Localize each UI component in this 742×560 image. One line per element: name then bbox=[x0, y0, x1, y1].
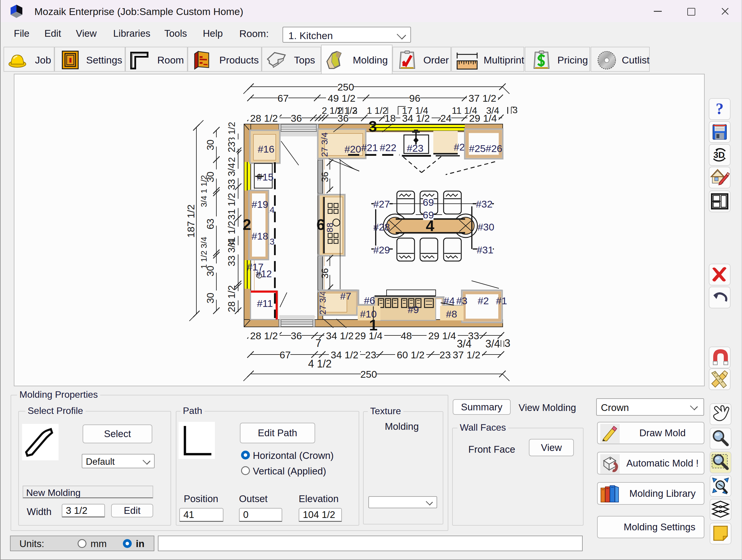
svg-text:#3: #3 bbox=[456, 295, 467, 306]
svg-text:#20: #20 bbox=[344, 144, 361, 155]
svg-text:3/4 1 1/2: 3/4 1 1/2 bbox=[199, 175, 208, 207]
svg-text:#21: #21 bbox=[361, 142, 378, 153]
svg-text:27 3/4: 27 3/4 bbox=[320, 132, 329, 157]
svg-text:2: 2 bbox=[243, 216, 251, 233]
svg-text:#11: #11 bbox=[257, 298, 273, 309]
svg-text:28 1/2: 28 1/2 bbox=[226, 285, 237, 312]
svg-text:7: 7 bbox=[315, 337, 321, 349]
svg-text:36: 36 bbox=[320, 268, 330, 279]
svg-text:?: ? bbox=[716, 100, 724, 118]
svg-text:3: 3 bbox=[505, 337, 510, 349]
svg-text:#22: #22 bbox=[380, 142, 396, 153]
svg-text:3: 3 bbox=[352, 105, 358, 116]
svg-text:28 1/2: 28 1/2 bbox=[250, 330, 278, 341]
svg-text:29 1/4: 29 1/4 bbox=[428, 330, 456, 341]
svg-text:187 1/2: 187 1/2 bbox=[185, 204, 196, 237]
svg-text:63: 63 bbox=[205, 219, 216, 230]
svg-text:67: 67 bbox=[279, 349, 291, 360]
svg-text:96: 96 bbox=[409, 93, 420, 104]
svg-text:34 1/2: 34 1/2 bbox=[402, 113, 430, 124]
svg-text:60 1/2: 60 1/2 bbox=[397, 349, 425, 360]
svg-text:23: 23 bbox=[365, 349, 376, 360]
svg-text:6: 6 bbox=[317, 216, 325, 233]
svg-text:67: 67 bbox=[277, 93, 289, 104]
svg-text:1 1/2 3/4: 1 1/2 3/4 bbox=[199, 237, 208, 269]
svg-text:23: 23 bbox=[226, 142, 237, 153]
svg-text:3 1/2: 3 1/2 bbox=[227, 122, 237, 142]
svg-text:#23: #23 bbox=[407, 143, 424, 154]
svg-text:48: 48 bbox=[401, 330, 412, 341]
svg-text:88: 88 bbox=[325, 223, 334, 232]
svg-text:37 1/2: 37 1/2 bbox=[453, 349, 481, 360]
svg-text:3/4: 3/4 bbox=[457, 338, 472, 350]
svg-text:#8: #8 bbox=[446, 309, 457, 320]
svg-text:33 3/4: 33 3/4 bbox=[226, 163, 237, 190]
svg-text:31 1/2: 31 1/2 bbox=[226, 193, 237, 220]
svg-text:69: 69 bbox=[423, 209, 434, 220]
svg-text:28 1/2: 28 1/2 bbox=[250, 113, 278, 124]
svg-text:3: 3 bbox=[369, 118, 377, 135]
svg-text:23: 23 bbox=[439, 349, 451, 360]
svg-text:#19: #19 bbox=[252, 199, 268, 210]
svg-text:34 1/2: 34 1/2 bbox=[326, 330, 354, 341]
svg-text:#6: #6 bbox=[364, 295, 375, 306]
svg-text:33 3/4: 33 3/4 bbox=[226, 239, 237, 266]
svg-text:#2: #2 bbox=[478, 295, 489, 306]
svg-text:3: 3 bbox=[513, 105, 518, 115]
svg-text:2: 2 bbox=[227, 157, 237, 162]
svg-text:29 1/4: 29 1/4 bbox=[469, 113, 497, 124]
svg-text:36: 36 bbox=[320, 172, 330, 182]
svg-text:#9: #9 bbox=[408, 304, 419, 315]
svg-text:37 1/2: 37 1/2 bbox=[469, 93, 496, 104]
svg-text:#27: #27 bbox=[373, 199, 390, 210]
svg-text:24: 24 bbox=[440, 113, 452, 124]
svg-text:#28: #28 bbox=[373, 221, 390, 232]
svg-text:30: 30 bbox=[205, 293, 216, 304]
svg-text:#18: #18 bbox=[252, 230, 268, 242]
svg-text:#31: #31 bbox=[477, 244, 493, 256]
svg-text:#29: #29 bbox=[373, 244, 390, 256]
svg-text:3D: 3D bbox=[713, 150, 725, 160]
svg-text:69: 69 bbox=[423, 197, 434, 208]
svg-text:3/4: 3/4 bbox=[485, 338, 500, 350]
svg-text:34 1/2: 34 1/2 bbox=[331, 349, 359, 360]
svg-text:4 1/2: 4 1/2 bbox=[308, 358, 332, 370]
svg-text:27 3/4: 27 3/4 bbox=[318, 291, 327, 315]
svg-text:#30: #30 bbox=[478, 221, 494, 232]
svg-text:#25#26: #25#26 bbox=[469, 143, 502, 154]
svg-text:29 1/4: 29 1/4 bbox=[355, 330, 383, 341]
svg-text:250: 250 bbox=[360, 369, 377, 380]
svg-text:250: 250 bbox=[337, 81, 354, 93]
svg-text:36: 36 bbox=[291, 113, 302, 124]
svg-text:#1: #1 bbox=[496, 295, 507, 306]
svg-text:30: 30 bbox=[205, 139, 216, 151]
svg-text:18: 18 bbox=[384, 113, 396, 124]
svg-text:36: 36 bbox=[337, 113, 349, 124]
svg-text:#32: #32 bbox=[476, 199, 493, 210]
svg-text:36: 36 bbox=[291, 330, 302, 341]
svg-text:#16: #16 bbox=[258, 144, 275, 155]
svg-text:49 1/2: 49 1/2 bbox=[328, 93, 356, 104]
